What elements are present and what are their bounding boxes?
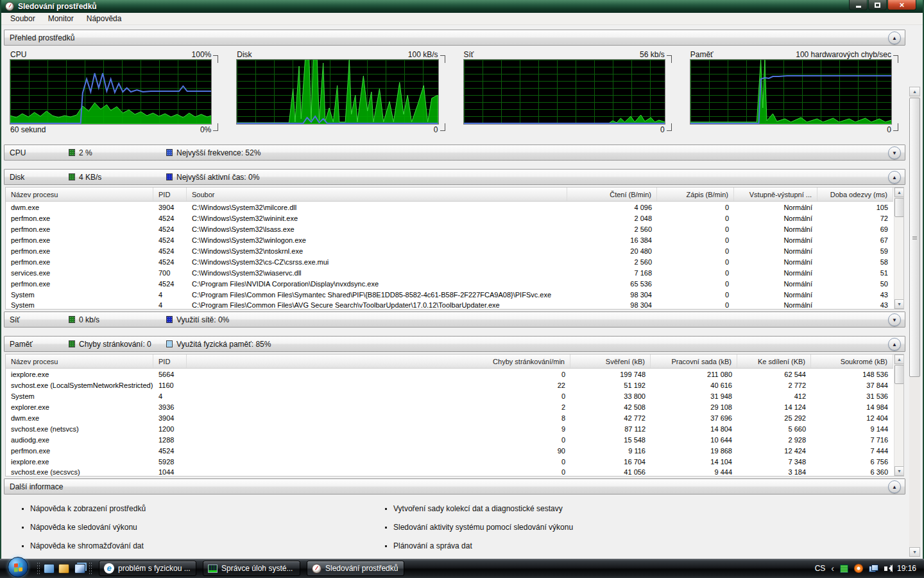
titlebar[interactable]: Sledování prostředků × <box>1 0 923 13</box>
table-row[interactable]: perfmon.exe4524C:\Windows\System32\cs-CZ… <box>6 256 893 267</box>
help-link[interactable]: Nápověda ke shromažďování dat <box>22 541 385 550</box>
switch-windows-icon[interactable] <box>74 564 85 574</box>
table-cell: 29 108 <box>651 403 737 411</box>
column-header[interactable]: Pracovní sada (kB) <box>651 355 737 368</box>
help-link[interactable]: Vytvoření sady kolekcí dat a diagnostick… <box>385 504 748 513</box>
network-expand-toggle[interactable]: ▼ <box>888 313 901 326</box>
toolbar-grip[interactable] <box>37 562 40 575</box>
cpu-meter-tray-icon[interactable] <box>840 565 848 573</box>
overview-section-header[interactable]: Přehled prostředků ▲ <box>4 30 905 46</box>
maximize-button[interactable] <box>868 0 887 10</box>
table-row[interactable]: iexplore.exe5928016 70414 1047 3486 756 <box>6 456 893 467</box>
table-row[interactable]: System4C:\Program Files\Common Files\Sym… <box>6 289 893 300</box>
scrollbar-thumb[interactable] <box>909 98 920 377</box>
table-row[interactable]: services.exe700C:\Windows\System32\wiase… <box>6 267 893 278</box>
column-header[interactable]: PID <box>153 188 187 201</box>
column-header[interactable]: Soubor <box>187 188 567 201</box>
column-header[interactable]: PID <box>153 355 187 368</box>
column-header[interactable]: Ke sdílení (KB) <box>737 355 811 368</box>
table-row[interactable]: perfmon.exe4524C:\Program Files\NVIDIA C… <box>6 278 893 289</box>
column-header[interactable]: Soukromé (kB) <box>811 355 893 368</box>
disk-collapse-toggle[interactable]: ▲ <box>888 171 901 184</box>
table-row[interactable]: perfmon.exe4524909 11619 86812 4247 444 <box>6 445 893 456</box>
taskbar-button-ie[interactable]: e problém s fyzickou ... <box>99 561 196 576</box>
disk-table-scrollbar[interactable]: ▲ ▼ <box>894 188 903 309</box>
table-row[interactable]: audiodg.exe1288015 54810 6442 9287 716 <box>6 434 893 445</box>
table-header-row[interactable]: Název procesuPIDSouborČtení (B/min)Zápis… <box>6 188 893 202</box>
tray-expand-icon[interactable]: ‹ <box>831 563 834 574</box>
taskbar-button-task-manager[interactable]: Správce úloh systé... <box>203 561 300 576</box>
scroll-down-icon[interactable]: ▼ <box>894 299 904 309</box>
table-row[interactable]: svchost.exe (LocalSystemNetworkRestricte… <box>6 380 893 390</box>
taskbar-button-resource-monitor[interactable]: Sledování prostředků <box>307 561 404 576</box>
column-header[interactable]: Doba odezvy (ms) <box>817 188 893 201</box>
scrollbar-thumb[interactable] <box>894 365 904 384</box>
memory-table-scrollbar[interactable]: ▲ ▼ <box>894 355 903 476</box>
more-info-collapse-toggle[interactable]: ▲ <box>888 480 901 493</box>
table-row[interactable]: dwm.exe3904C:\Windows\System32\milcore.d… <box>6 202 893 213</box>
scroll-down-icon[interactable]: ▼ <box>894 466 904 476</box>
scroll-up-icon[interactable]: ▲ <box>894 355 904 364</box>
column-header[interactable]: Zápis (B/min) <box>657 188 734 201</box>
scroll-up-icon[interactable]: ▲ <box>894 188 904 197</box>
volume-tray-icon[interactable] <box>884 566 887 571</box>
table-row[interactable]: svchost.exe (netsvcs)1200987 11214 8045 … <box>6 423 893 434</box>
menubar: Soubor Monitor Nápověda <box>1 13 923 25</box>
memory-collapse-toggle[interactable]: ▲ <box>888 338 901 351</box>
language-indicator[interactable]: CS <box>815 564 826 573</box>
network-section-header[interactable]: Síť 0 kb/s Využití sítě: 0% ▼ <box>4 311 905 328</box>
table-row[interactable]: iexplore.exe56640199 748211 08062 544148… <box>6 369 893 380</box>
menu-soubor[interactable]: Soubor <box>4 13 42 24</box>
table-row[interactable]: perfmon.exe4524C:\Windows\System32\winin… <box>6 213 893 223</box>
memory-section-header[interactable]: Paměť Chyby stránkování: 0 Využitá fyzic… <box>4 336 905 352</box>
table-row[interactable]: explorer.exe3936242 50829 10814 12414 98… <box>6 401 893 412</box>
close-button[interactable]: × <box>887 0 916 10</box>
minimize-button[interactable] <box>849 0 868 10</box>
column-header[interactable]: Název procesu <box>6 355 153 368</box>
network-chart <box>463 59 665 125</box>
media-app-icon[interactable] <box>58 564 69 574</box>
help-link[interactable]: Sledování aktivity systému pomocí sledov… <box>385 523 748 532</box>
table-header-row[interactable]: Název procesuPIDChyby stránkování/minSvě… <box>6 355 893 369</box>
table-cell: 6 360 <box>811 467 893 476</box>
table-row[interactable]: perfmon.exe4524C:\Windows\System32\lsass… <box>6 223 893 234</box>
table-row[interactable]: perfmon.exe4524C:\Windows\System32\ntosk… <box>6 245 893 256</box>
cpu-section-header[interactable]: CPU 2 % Nejvyšší frekvence: 52% ▼ <box>4 144 905 161</box>
client-area: Přehled prostředků ▲ CPU100% 60 sekund0%… <box>1 25 923 559</box>
window-scrollbar[interactable]: ▲ ▼ <box>909 87 920 557</box>
more-info-section-header[interactable]: Další informace ▲ <box>4 478 905 495</box>
help-link[interactable]: Nápověda k zobrazení prostředků <box>22 504 385 513</box>
scroll-up-icon[interactable]: ▲ <box>909 87 920 96</box>
column-header[interactable]: Chyby stránkování/min <box>187 355 570 368</box>
menu-napoveda[interactable]: Nápověda <box>80 13 128 24</box>
antivirus-tray-icon[interactable] <box>854 564 863 573</box>
scroll-down-icon[interactable]: ▼ <box>909 547 920 557</box>
table-cell: 4524 <box>153 280 187 288</box>
taskbar-clock[interactable]: 19:16 <box>897 564 916 573</box>
start-button[interactable] <box>8 557 28 577</box>
table-cell: C:\Windows\System32\wiaservc.dll <box>187 269 567 277</box>
network-tray-icon[interactable] <box>869 565 878 572</box>
disk-section-header[interactable]: Disk 4 KB/s Nejvyšší aktivní čas: 0% ▲ <box>4 169 905 185</box>
table-row[interactable]: System4C:\Program Files\Common Files\AVG… <box>6 300 893 309</box>
help-link[interactable]: Nápověda ke sledování výkonu <box>22 523 385 532</box>
table-cell: 22 <box>187 381 570 389</box>
help-link[interactable]: Plánování a správa dat <box>385 541 748 550</box>
table-row[interactable]: System4033 80031 94841231 536 <box>6 390 893 401</box>
show-desktop-icon[interactable] <box>44 564 55 574</box>
column-header[interactable]: Svěření (kB) <box>570 355 651 368</box>
network-io-swatch <box>69 316 75 323</box>
column-header[interactable]: Název procesu <box>6 188 153 201</box>
table-row[interactable]: svchost.exe (secsvcs)1044041 0569 4443 1… <box>6 467 893 476</box>
menu-monitor[interactable]: Monitor <box>42 13 80 24</box>
table-row[interactable]: dwm.exe3904842 77237 69625 29212 404 <box>6 412 893 423</box>
table-row[interactable]: perfmon.exe4524C:\Windows\System32\winlo… <box>6 234 893 245</box>
column-header[interactable]: Čtení (B/min) <box>567 188 657 201</box>
cpu-chart-label: CPU <box>10 50 26 59</box>
overview-collapse-toggle[interactable]: ▲ <box>888 31 901 44</box>
disk-io-swatch <box>69 173 75 180</box>
toolbar-grip[interactable] <box>89 562 92 575</box>
column-header[interactable]: Vstupně-výstupní ... <box>734 188 817 201</box>
cpu-expand-toggle[interactable]: ▼ <box>888 146 901 159</box>
scrollbar-thumb[interactable] <box>894 198 904 217</box>
